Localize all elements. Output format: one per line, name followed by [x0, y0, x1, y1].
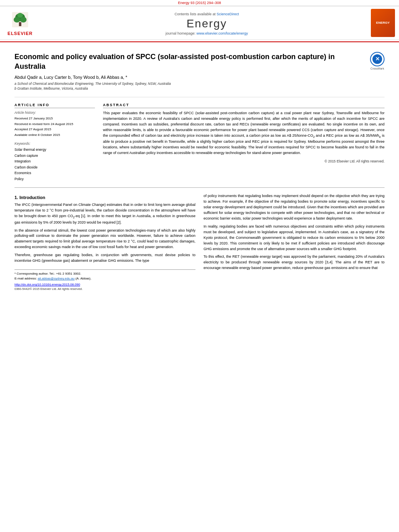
keywords-label: Keywords:: [14, 142, 95, 146]
crossmark-icon: ✕: [370, 52, 385, 66]
affiliation-a: a School of Chemical and Biomolecular En…: [14, 81, 370, 86]
authors-text: Abdul Qadir a, Lucy Carter b, Tony Wood …: [14, 75, 127, 80]
body-col-left: 1. Introduction The IPCC (Intergovernmen…: [14, 193, 195, 291]
elsevier-brand: ELSEVIER: [8, 31, 33, 36]
journal-center: Contents lists available at ScienceDirec…: [43, 11, 371, 35]
svg-point-2: [14, 17, 20, 23]
footnote-corresponding: * Corresponding author. Tel.: +61 2 9351…: [14, 271, 195, 276]
doi-url[interactable]: http://dx.doi.org/10.1016/j.energy.2015.…: [14, 283, 80, 286]
section-divider: [14, 187, 385, 188]
revised-date: Received in revised form 24 August 2015: [14, 121, 95, 127]
svg-text:✕: ✕: [375, 56, 380, 62]
email-label: E-mail address:: [14, 277, 37, 280]
keyword-4: Carbon dioxide: [14, 164, 95, 170]
email-link[interactable]: ali.abbas@sydney.edu.au: [38, 277, 75, 280]
article-content: Economic and policy evaluation of SPCC (…: [0, 42, 399, 291]
svg-rect-4: [19, 22, 21, 26]
received-date: Received 27 January 2015: [14, 116, 95, 121]
title-section: Economic and policy evaluation of SPCC (…: [14, 42, 385, 97]
keyword-6: Policy: [14, 176, 95, 182]
body-para2: In the absence of external stimuli, the …: [14, 228, 195, 251]
svg-point-5: [17, 13, 23, 18]
body-para-right2: In reality, regulating bodies are faced …: [204, 224, 385, 252]
article-info-heading: ARTICLE INFO: [14, 103, 95, 108]
homepage-link[interactable]: www.elsevier.com/locate/energy: [197, 31, 248, 35]
contents-bar: Contents lists available at ScienceDirec…: [43, 11, 371, 17]
citation-text: Energy 93 (2015) 294–308: [0, 0, 399, 6]
keywords-list: Solar thermal energy Carbon capture Inte…: [14, 147, 95, 182]
keyword-5: Economics: [14, 170, 95, 176]
affiliations: a School of Chemical and Biomolecular En…: [14, 81, 370, 92]
body-para-right1: of policy instruments that regulating bo…: [204, 193, 385, 222]
journal-name: Energy: [43, 17, 371, 30]
body-col-right: of policy instruments that regulating bo…: [204, 193, 385, 291]
body-para3: Therefore, greenhouse gas regulating bod…: [14, 253, 195, 264]
keyword-3: Integration: [14, 158, 95, 164]
online-date: Available online 8 October 2015: [14, 132, 95, 138]
article-title: Economic and policy evaluation of SPCC (…: [14, 52, 362, 72]
body-para-right3: To this effect, the RET (renewable energ…: [204, 254, 385, 271]
crossmark-label: CrossMark: [370, 67, 385, 70]
doi-link[interactable]: http://dx.doi.org/10.1016/j.energy.2015.…: [14, 283, 195, 286]
keyword-1: Solar thermal energy: [14, 147, 95, 152]
accepted-date: Accepted 27 August 2015: [14, 127, 95, 132]
abstract-col: ABSTRACT This paper evaluates the econom…: [103, 103, 385, 182]
journal-thumbnail: ENERGY: [371, 9, 395, 37]
affiliation-b: b Grattan Institute, Melbourne, Victoria…: [14, 86, 370, 91]
sciencedirect-link[interactable]: ScienceDirect: [217, 12, 239, 16]
keyword-2: Carbon capture: [14, 153, 95, 158]
corresponding-text: * Corresponding author. Tel.: +61 2 9351…: [14, 272, 81, 275]
article-info-col: ARTICLE INFO Article history: Received 2…: [14, 103, 95, 182]
authors-line: Abdul Qadir a, Lucy Carter b, Tony Wood …: [14, 75, 370, 80]
contents-label: Contents lists available at: [175, 12, 216, 16]
article-dates: Received 27 January 2015 Received in rev…: [14, 116, 95, 138]
tree-icon: [8, 10, 32, 30]
body-columns: 1. Introduction The IPCC (Intergovernmen…: [14, 193, 385, 291]
citation-bar: Energy 93 (2015) 294–308: [0, 0, 399, 6]
abstract-heading: ABSTRACT: [103, 103, 385, 108]
footnote-section: * Corresponding author. Tel.: +61 2 9351…: [14, 269, 195, 291]
homepage-label: journal homepage:: [165, 31, 195, 35]
journal-homepage: journal homepage: www.elsevier.com/locat…: [43, 31, 371, 35]
email-name: (A. Abbas).: [76, 277, 92, 280]
title-block: Economic and policy evaluation of SPCC (…: [14, 52, 370, 93]
elsevier-logo: ELSEVIER: [4, 10, 36, 36]
body-para1: The IPCC (Intergovernmental Panel on Cli…: [14, 202, 195, 225]
crossmark-logo: ✕ CrossMark: [370, 52, 385, 70]
article-history-label: Article history:: [14, 111, 95, 115]
abstract-text: This paper evaluates the economic feasib…: [103, 111, 385, 156]
info-abstract-section: ARTICLE INFO Article history: Received 2…: [14, 103, 385, 182]
journal-header-main: ELSEVIER Contents lists available at Sci…: [0, 6, 399, 40]
svg-point-3: [20, 17, 27, 23]
copyright-text: © 2015 Elsevier Ltd. All rights reserved…: [103, 159, 385, 163]
section1-heading: 1. Introduction: [14, 195, 195, 200]
footnote-email: E-mail address: ali.abbas@sydney.edu.au …: [14, 276, 195, 281]
issn-text: 0360-5442/© 2015 Elsevier Ltd. All right…: [14, 287, 195, 291]
